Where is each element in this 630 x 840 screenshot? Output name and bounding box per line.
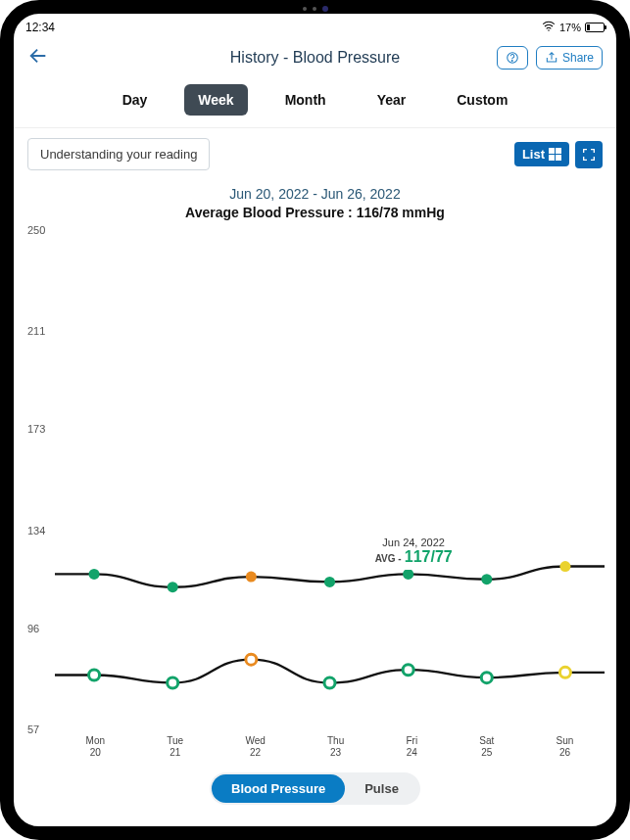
svg-point-0 <box>548 29 550 31</box>
data-point[interactable] <box>246 654 257 665</box>
data-point[interactable] <box>324 577 335 587</box>
y-tick: 211 <box>27 325 45 337</box>
x-label: Fri24 <box>406 735 417 759</box>
list-view-button[interactable]: List <box>514 142 569 166</box>
y-tick: 250 <box>27 224 45 236</box>
svg-point-2 <box>511 60 512 61</box>
list-label: List <box>522 147 545 162</box>
average-summary: Average Blood Pressure : 116/78 mmHg <box>14 205 616 220</box>
share-button[interactable]: Share <box>536 46 603 70</box>
tab-month[interactable]: Month <box>271 84 340 116</box>
tab-year[interactable]: Year <box>363 84 420 116</box>
tab-week[interactable]: Week <box>184 84 247 116</box>
data-point[interactable] <box>324 677 335 688</box>
share-label: Share <box>562 51 594 65</box>
x-label: Mon20 <box>86 735 105 759</box>
data-point[interactable] <box>559 561 570 572</box>
data-point[interactable] <box>403 569 413 580</box>
status-right: 17% <box>542 20 605 35</box>
toggle-blood-pressure[interactable]: Blood Pressure <box>212 774 345 803</box>
date-range: Jun 20, 2022 - Jun 26, 2022 <box>14 186 616 202</box>
data-point[interactable] <box>89 569 100 580</box>
wifi-icon <box>542 20 556 35</box>
toggle-pulse[interactable]: Pulse <box>345 774 418 803</box>
grid-icon <box>549 148 561 161</box>
data-point[interactable] <box>246 572 257 583</box>
page-title: History - Blood Pressure <box>230 49 400 66</box>
data-point[interactable] <box>481 574 492 584</box>
tab-day[interactable]: Day <box>109 84 162 116</box>
range-tabs: DayWeekMonthYearCustom <box>14 80 616 128</box>
help-button[interactable] <box>497 46 528 70</box>
x-label: Sat25 <box>479 735 494 759</box>
status-time: 12:34 <box>25 21 55 34</box>
x-label: Thu23 <box>327 735 344 759</box>
data-point[interactable] <box>168 582 178 592</box>
y-tick: 57 <box>27 723 39 735</box>
battery-icon <box>585 23 605 32</box>
tab-custom[interactable]: Custom <box>443 84 521 116</box>
y-tick: 134 <box>27 525 45 537</box>
data-point[interactable] <box>89 670 100 680</box>
data-point[interactable] <box>403 665 413 676</box>
x-label: Tue21 <box>167 735 183 759</box>
expand-button[interactable] <box>575 141 603 168</box>
data-point[interactable] <box>559 667 570 677</box>
metric-toggle: Blood PressurePulse <box>210 772 420 805</box>
x-label: Wed22 <box>245 735 265 759</box>
chart-plot[interactable]: Jun 24, 2022 AVG - 117/77 <box>55 230 605 729</box>
y-tick: 96 <box>27 623 39 634</box>
x-axis: Mon20Tue21Wed22Thu23Fri24Sat25Sun26 <box>55 735 605 759</box>
x-label: Sun26 <box>557 735 574 759</box>
chart-area: 2502111731349657 Jun 24, 2022 AVG - 117/… <box>25 230 605 759</box>
y-tick: 173 <box>27 423 45 435</box>
data-point[interactable] <box>481 673 492 683</box>
data-point[interactable] <box>168 677 178 688</box>
back-button[interactable] <box>27 45 49 70</box>
battery-percent: 17% <box>559 22 581 33</box>
understanding-reading-button[interactable]: Understanding your reading <box>27 138 210 170</box>
